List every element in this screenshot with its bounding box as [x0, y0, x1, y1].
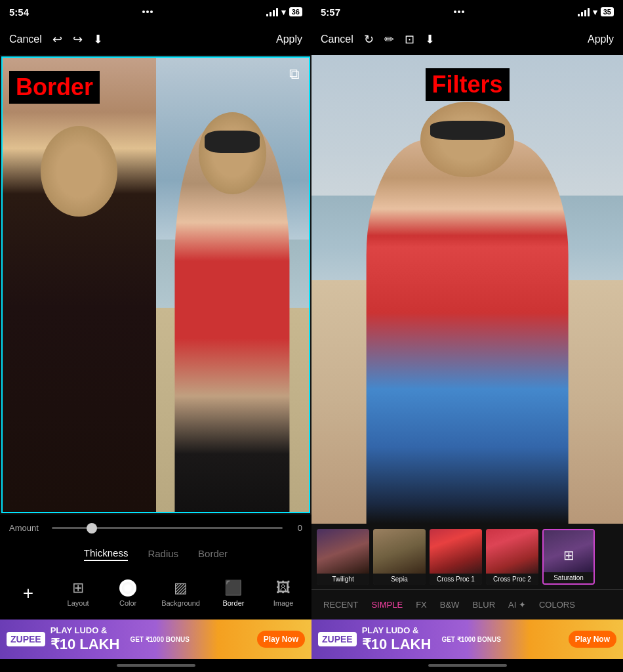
filter-tab-blur[interactable]: BLUR	[466, 600, 502, 610]
left-home-bar	[117, 664, 195, 667]
color-tool[interactable]: Color	[111, 579, 144, 607]
left-feature-label: Border	[16, 74, 93, 100]
filter-strip: Twilight Sepia Cross Proc 1 Cross Proc 2…	[312, 524, 623, 589]
left-status-right: ▾ 36	[266, 7, 302, 17]
slider-row: Amount 0	[0, 514, 312, 541]
right-feature-label: Filters	[432, 71, 502, 98]
left-battery: 36	[289, 7, 302, 16]
slider-value: 0	[289, 523, 302, 533]
filter-crossproc1-preview	[430, 529, 482, 574]
right-home-bar	[428, 664, 507, 667]
left-home-indicator	[0, 659, 312, 672]
left-wifi-icon: ▾	[281, 7, 286, 17]
filter-tab-ai[interactable]: AI ✦	[502, 600, 533, 610]
border-label: Border	[222, 599, 244, 607]
right-ad-amount: ₹10 LAKH	[362, 636, 432, 653]
filter-tab-fx[interactable]: FX	[409, 600, 433, 610]
color-icon	[119, 579, 136, 597]
background-tool[interactable]: ▨ Background	[161, 579, 200, 607]
filter-category-tabs: RECENT SIMPLE FX B&W BLUR AI ✦ COLORS	[312, 589, 623, 620]
right-toolbar-left: Cancel ↻ ✏ ⊡ ⬇	[321, 32, 435, 47]
add-tool[interactable]: +	[12, 583, 45, 604]
filter-tab-simple[interactable]: SIMPLE	[365, 600, 409, 610]
right-ad-banner[interactable]: ZUPEE PLAY LUDO & ₹10 LAKH GET ₹1000 BON…	[312, 620, 623, 659]
tab-border[interactable]: Border	[198, 548, 228, 560]
right-refresh-button[interactable]: ↻	[364, 32, 374, 47]
left-canvas: ⧉ Border	[1, 56, 310, 513]
left-ad-content: PLAY LUDO & ₹10 LAKH	[50, 625, 120, 653]
left-apply-button[interactable]: Apply	[276, 33, 302, 45]
filter-crossproc1[interactable]: Cross Proc 1	[430, 529, 482, 585]
right-ad-line1: PLAY LUDO &	[362, 625, 432, 636]
left-ad-bonus: GET ₹1000 BONUS	[130, 636, 189, 643]
layout-tool[interactable]: ⊞ Layout	[62, 579, 94, 607]
left-toolbar: Cancel ↩ ↪ ⬇ Apply	[0, 24, 312, 55]
tab-thickness[interactable]: Thickness	[84, 547, 129, 561]
filter-tab-colors[interactable]: COLORS	[533, 600, 582, 610]
layout-label: Layout	[68, 599, 89, 607]
right-toolbar-right: Apply	[588, 33, 614, 45]
left-bottom-toolbar: + ⊞ Layout Color ▨ Background ⬛ Border 🖼…	[0, 567, 312, 620]
right-toolbar: Cancel ↻ ✏ ⊡ ⬇ Apply	[312, 24, 623, 55]
filter-saturation[interactable]: ⊞ Saturation	[542, 529, 595, 585]
right-battery: 35	[601, 7, 614, 16]
slider-label: Amount	[9, 523, 45, 533]
tab-radius[interactable]: Radius	[148, 548, 178, 560]
right-sunglasses	[205, 131, 260, 154]
left-cancel-button[interactable]: Cancel	[9, 33, 42, 45]
collage	[3, 58, 309, 512]
right-label-overlay: Filters	[425, 68, 509, 101]
collage-right-image	[156, 58, 310, 512]
filter-sepia[interactable]: Sepia	[373, 529, 426, 585]
left-undo-button[interactable]: ↩	[52, 32, 62, 47]
right-ad-bonus: GET ₹1000 BONUS	[441, 636, 500, 643]
left-toolbar-left: Cancel ↩ ↪ ⬇	[9, 32, 103, 47]
right-ad-logo: ZUPEE	[318, 632, 357, 646]
collage-left-image	[3, 58, 156, 512]
left-download-button[interactable]: ⬇	[93, 32, 103, 47]
left-redo-button[interactable]: ↪	[73, 32, 83, 47]
layers-icon[interactable]: ⧉	[289, 66, 300, 83]
filter-sepia-label: Sepia	[373, 574, 426, 585]
right-ad-bonus-block: GET ₹1000 BONUS	[441, 636, 500, 643]
border-icon: ⬛	[224, 579, 242, 597]
filter-crossproc2[interactable]: Cross Proc 2	[486, 529, 538, 585]
filter-crossproc2-label: Cross Proc 2	[486, 574, 538, 585]
right-ad-play-button[interactable]: Play Now	[569, 631, 616, 648]
right-dots	[454, 10, 464, 13]
border-tool[interactable]: ⬛ Border	[217, 579, 250, 607]
right-wifi-icon: ▾	[593, 7, 597, 17]
left-ad-banner[interactable]: ZUPEE PLAY LUDO & ₹10 LAKH GET ₹1000 BON…	[0, 620, 312, 659]
layout-icon: ⊞	[72, 579, 84, 597]
left-ad-play-button[interactable]: Play Now	[257, 631, 305, 648]
border-tab-row: Thickness Radius Border	[0, 541, 312, 567]
right-status-bar: 5:57 ▾ 35	[312, 0, 623, 24]
slider-track[interactable]	[52, 527, 283, 529]
filter-sepia-preview	[373, 529, 426, 574]
main-person	[366, 140, 569, 524]
filter-twilight-preview	[317, 529, 369, 574]
right-erase-button[interactable]: ✏	[384, 32, 394, 47]
left-ad-line1: PLAY LUDO &	[50, 625, 120, 636]
left-ad-amount: ₹10 LAKH	[50, 636, 120, 653]
filter-tab-recent[interactable]: RECENT	[317, 600, 365, 610]
image-icon: 🖼	[276, 579, 291, 597]
right-crop-button[interactable]: ⊡	[405, 32, 414, 47]
slider-thumb[interactable]	[87, 523, 97, 534]
right-status-right: ▾ 35	[578, 7, 614, 17]
main-head	[420, 102, 514, 177]
left-time: 5:54	[9, 7, 29, 18]
right-time: 5:57	[321, 7, 340, 18]
filter-crossproc1-label: Cross Proc 1	[430, 574, 482, 585]
filter-tab-bw[interactable]: B&W	[433, 600, 466, 610]
right-cancel-button[interactable]: Cancel	[321, 33, 353, 45]
image-tool[interactable]: 🖼 Image	[267, 579, 300, 607]
background-label: Background	[161, 599, 200, 607]
right-apply-button[interactable]: Apply	[588, 33, 614, 45]
right-download-button[interactable]: ⬇	[425, 32, 435, 47]
color-label: Color	[119, 599, 136, 607]
left-dots	[142, 10, 153, 13]
filter-twilight[interactable]: Twilight	[317, 529, 369, 585]
right-panel: 5:57 ▾ 35 Cancel ↻ ✏ ⊡ ⬇ Apply	[312, 0, 623, 672]
right-ad-content: PLAY LUDO & ₹10 LAKH	[362, 625, 432, 653]
